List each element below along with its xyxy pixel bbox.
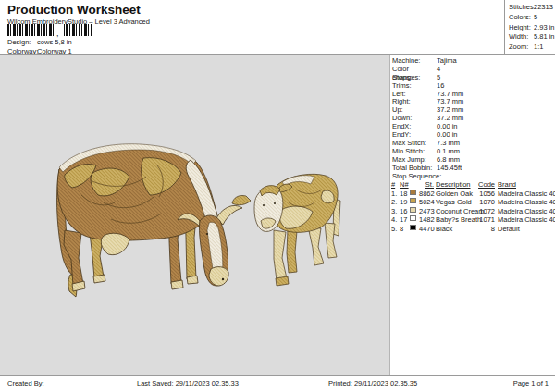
stops-value: 5 [437,73,440,81]
row-code: 1071 [475,215,495,224]
row-description: Black [436,225,452,233]
summary-box: Stitches:22313 Colors:5 Height:2.93 in W… [504,0,555,54]
endx-label: EndX: [392,122,437,130]
row-code: 1070 [475,198,495,206]
total-bobbin-value: 145.45ft [437,164,462,172]
width-value: 5.81 in [534,32,555,43]
stop-sequence-title: Stop Sequence: [392,172,441,180]
right-value: 73.7 mm [437,97,463,105]
width-label: Width: [509,32,534,43]
footer-divider [0,375,555,376]
production-worksheet-page: Production Worksheet Wilcom EmbroiderySt… [0,0,555,392]
colors-value: 5 [534,13,537,23]
endy-label: EndY: [392,130,437,139]
barcode-segment [7,24,56,36]
machine-value: Tajima [437,56,457,65]
page-title: Production Worksheet [7,3,141,17]
colors-label: Colors: [509,13,534,23]
col-hash: # [391,180,395,189]
machine-info-panel: Machine:Tajima Color changes:4 Stops:5 T… [392,56,555,171]
thread-color-swatch [410,198,416,203]
row-num: 5. [391,225,397,233]
row-stitches: 8862 [419,190,434,198]
min-stitch-value: 0.1 mm [437,147,460,155]
row-brand: Madeira Classic 40 [498,215,555,224]
up-value: 37.2 mm [437,105,463,114]
stitches-value: 22313 [534,3,553,13]
row-brand: Madeira Classic 40 [498,190,555,198]
endx-value: 0.00 in [437,122,458,130]
row-description: Vegas Gold [436,198,472,206]
row-code: 1056 [475,190,495,198]
row-stitches: 4470 [419,225,434,233]
color-changes-label: Color changes: [392,65,437,73]
last-saved: Last Saved: 29/11/2023 02.35.33 [137,379,239,387]
row-description: Golden Oak [436,190,473,198]
thread-color-swatch [410,207,416,213]
row-stitches: 5024 [419,198,434,206]
left-value: 73.7 mm [437,90,463,98]
row-code: 1072 [475,207,495,215]
row-needle: 17 [400,215,407,224]
machine-label: Machine: [392,56,437,65]
right-label: Right: [392,97,437,105]
max-stitch-value: 7.3 mm [437,139,460,147]
endy-value: 0.00 in [437,130,458,139]
stop-sequence-header: # N# St. Description Code Brand [389,180,555,190]
page-indicator: Page 1 of 1 [513,379,549,387]
thread-color-swatch [410,215,416,221]
trims-label: Trims: [392,81,437,90]
design-preview-canvas [0,55,390,375]
row-needle: 19 [400,198,407,206]
row-stitches: 1482 [419,215,434,224]
total-bobbin-label: Total Bobbin: [392,164,437,172]
max-stitch-label: Max Stitch: [392,139,437,147]
left-label: Left: [392,90,437,98]
down-value: 37.2 mm [437,114,463,122]
table-row: 1. 18 8862 Golden Oak 1056 Madeira Class… [389,190,555,199]
col-code: Code [475,180,495,189]
barcode-separator: , [56,31,59,36]
height-value: 2.93 in [534,23,555,33]
row-num: 1. [391,190,397,198]
row-num: 3. [391,207,397,215]
row-num: 4. [391,215,397,224]
row-stitches: 2473 [419,207,434,215]
created-by: Created By: [7,379,44,387]
row-brand: Madeira Classic 40 [498,207,555,215]
down-label: Down: [392,114,437,122]
thread-color-swatch [410,225,416,230]
row-needle: 18 [400,190,407,198]
cow-calf-embroidery-art [0,55,389,375]
table-row: 4. 17 1482 Baby?s Breath 1071 Madeira Cl… [389,215,555,225]
stops-label: Stops: [392,73,437,81]
table-row: 3. 16 2473 Coconut Cream 1072 Madeira Cl… [389,207,555,216]
row-code: 8 [475,225,495,233]
row-num: 2. [391,198,397,206]
min-stitch-label: Min Stitch: [392,147,437,155]
col-brand: Brand [498,180,516,189]
stitches-label: Stitches: [509,3,534,13]
height-label: Height: [509,23,534,33]
col-stitches: St. [419,180,434,189]
design-row: Design: cows 5,8 in [7,38,72,46]
col-description: Description [436,180,471,189]
table-row: 5. 8 4470 Black 8 Default [389,225,555,234]
max-jump-value: 6.8 mm [437,155,460,164]
printed-timestamp: Printed: 29/11/2023 02.35.35 [328,379,417,387]
table-row: 2. 19 5024 Vegas Gold 1070 Madeira Class… [389,198,555,207]
up-label: Up: [392,105,437,114]
barcode-segment [64,24,92,36]
row-brand: Default [498,225,520,233]
col-needle: N# [400,180,409,189]
design-value: cows 5,8 in [37,38,72,46]
max-jump-label: Max Jump: [392,155,437,164]
zoom-label: Zoom: [509,43,534,53]
stop-sequence-table: # N# St. Description Code Brand 1. 18 88… [389,180,555,234]
row-needle: 8 [400,225,403,233]
design-label: Design: [7,38,35,46]
zoom-value: 1:1 [534,43,543,53]
barcode-icon: , [7,24,92,36]
color-changes-value: 4 [437,65,440,73]
row-brand: Madeira Classic 40 [498,198,555,206]
